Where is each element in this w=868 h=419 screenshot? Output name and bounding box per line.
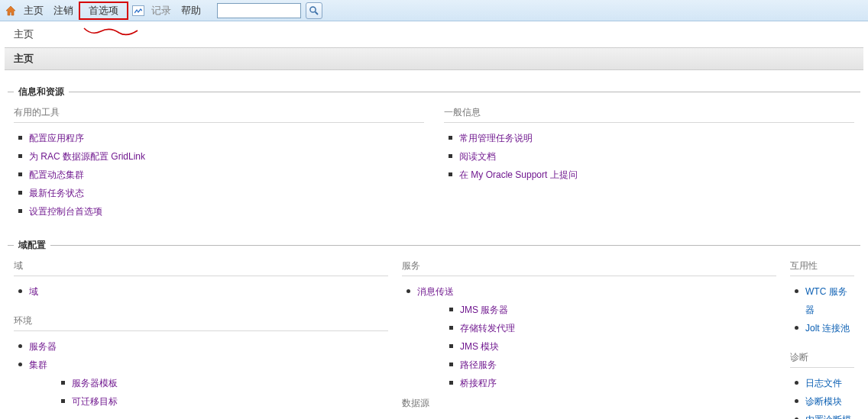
nav-home[interactable]: 主页 — [19, 2, 48, 20]
link-rac-gridlink[interactable]: 为 RAC 数据源配置 GridLink — [29, 151, 145, 162]
search-button[interactable] — [306, 2, 322, 19]
svc-head: 服务 — [402, 259, 776, 276]
svg-point-0 — [310, 6, 316, 11]
domain-head: 域 — [14, 259, 388, 276]
link-console-prefs[interactable]: 设置控制台首选项 — [29, 206, 102, 217]
link-read-docs[interactable]: 阅读文档 — [459, 151, 496, 162]
nav-logout[interactable]: 注销 — [49, 2, 78, 20]
top-toolbar: 主页 注销 首选项 记录 帮助 — [0, 0, 868, 21]
col-general: 一般信息 常用管理任务说明 阅读文档 在 My Oracle Support 上… — [444, 106, 854, 221]
link-jolt[interactable]: Jolt 连接池 — [805, 323, 850, 334]
link-task-status[interactable]: 最新任务状态 — [29, 188, 84, 198]
search-wrap — [217, 2, 322, 19]
link-jms-module[interactable]: JMS 模块 — [460, 341, 499, 352]
tools-head: 有用的工具 — [14, 106, 424, 123]
breadcrumb: 主页 — [0, 21, 868, 46]
diag-head: 诊断 — [790, 351, 854, 368]
nav-prefs-highlight: 首选项 — [79, 2, 128, 20]
ds-head: 数据源 — [402, 397, 776, 413]
link-clusters[interactable]: 集群 — [29, 359, 47, 370]
link-bridge[interactable]: 桥接程序 — [460, 378, 497, 388]
nav-prefs[interactable]: 首选项 — [84, 2, 123, 18]
link-saf-agent[interactable]: 存储转发代理 — [460, 323, 515, 334]
section-domain: 域配置 域 域 环境 服务器 集群 服务器模板 可迁移目标 — [8, 239, 860, 419]
col-services: 服务 消息传送 JMS 服务器 存储转发代理 JMS 模块 路径服务 桥接程序 … — [402, 259, 776, 419]
link-jms-server[interactable]: JMS 服务器 — [460, 305, 508, 315]
svg-line-1 — [316, 11, 319, 15]
link-domain[interactable]: 域 — [29, 286, 38, 297]
section-info-legend: 信息和资源 — [14, 85, 69, 98]
col-interop-diag: 互用性 WTC 服务器 Jolt 连接池 诊断 日志文件 诊断模块 内置诊断模块 — [790, 259, 854, 419]
link-builtin-diag[interactable]: 内置诊断模块 — [805, 414, 851, 419]
chart-icon[interactable] — [132, 5, 144, 16]
link-server-template[interactable]: 服务器模板 — [72, 378, 118, 388]
interop-head: 互用性 — [790, 259, 854, 276]
search-icon — [309, 5, 319, 16]
link-wtc[interactable]: WTC 服务器 — [805, 286, 847, 315]
env-head: 环境 — [14, 314, 388, 331]
breadcrumb-home[interactable]: 主页 — [14, 28, 34, 40]
link-diag-module[interactable]: 诊断模块 — [805, 396, 842, 407]
page-title: 主页 — [5, 47, 863, 70]
nav-record[interactable]: 记录 — [147, 2, 176, 20]
search-input[interactable] — [217, 3, 301, 18]
col-domain-env: 域 域 环境 服务器 集群 服务器模板 可迁移目标 — [14, 259, 388, 419]
general-head: 一般信息 — [444, 106, 854, 123]
link-messaging[interactable]: 消息传送 — [417, 286, 454, 297]
link-servers[interactable]: 服务器 — [29, 341, 57, 352]
main-content: 信息和资源 有用的工具 配置应用程序 为 RAC 数据源配置 GridLink … — [0, 70, 868, 419]
link-oracle-support[interactable]: 在 My Oracle Support 上提问 — [459, 169, 578, 180]
link-config-app[interactable]: 配置应用程序 — [29, 133, 84, 143]
link-path-svc[interactable]: 路径服务 — [460, 359, 497, 370]
col-tools: 有用的工具 配置应用程序 为 RAC 数据源配置 GridLink 配置动态集群… — [14, 106, 424, 221]
section-info: 信息和资源 有用的工具 配置应用程序 为 RAC 数据源配置 GridLink … — [8, 85, 860, 224]
nav-help[interactable]: 帮助 — [177, 2, 206, 20]
link-dynamic-cluster[interactable]: 配置动态集群 — [29, 169, 84, 180]
link-logfiles[interactable]: 日志文件 — [805, 378, 842, 388]
section-domain-legend: 域配置 — [14, 239, 50, 252]
home-icon — [5, 5, 17, 17]
link-admin-tasks[interactable]: 常用管理任务说明 — [459, 133, 533, 143]
link-migratable[interactable]: 可迁移目标 — [72, 396, 118, 407]
